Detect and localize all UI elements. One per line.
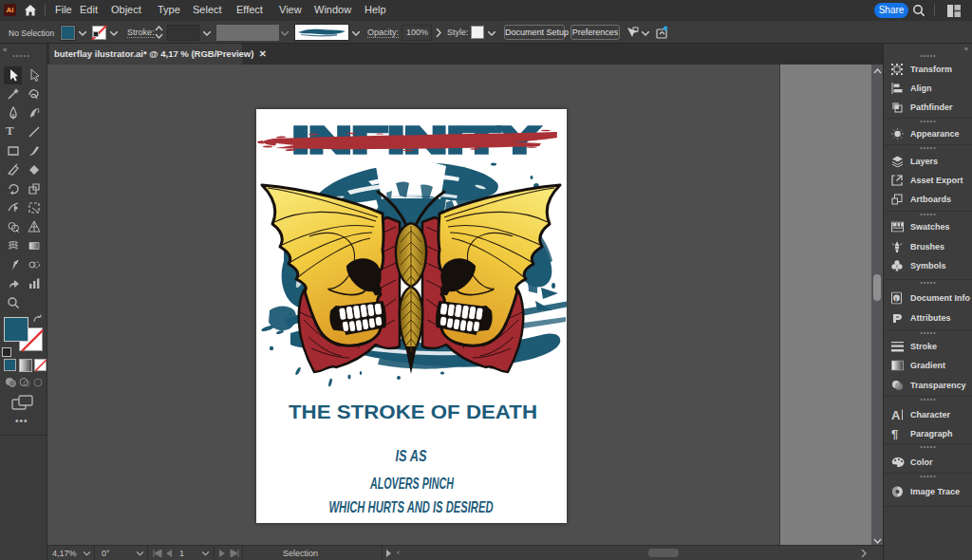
svg-text:IS AS: IS AS <box>396 447 427 465</box>
svg-text:ALOVERS PINCH: ALOVERS PINCH <box>369 475 454 493</box>
svg-text:A: A <box>891 409 901 421</box>
svg-text:WHICH HURTS AND IS DESIRED: WHICH HURTS AND IS DESIRED <box>329 498 494 516</box>
svg-text:¶: ¶ <box>891 428 898 440</box>
svg-text:i: i <box>895 295 897 302</box>
svg-text:THE STROKE OF DEATH: THE STROKE OF DEATH <box>289 401 537 422</box>
